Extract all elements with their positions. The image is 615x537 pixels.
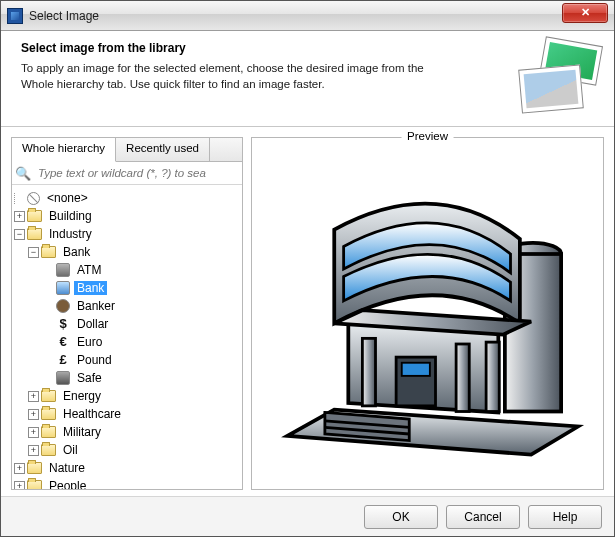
tree-item-banker[interactable]: Banker	[14, 297, 242, 315]
button-row: OK Cancel Help	[1, 496, 614, 536]
tab-whole-hierarchy[interactable]: Whole hierarchy	[12, 138, 116, 162]
header-illustration	[504, 41, 600, 113]
expand-toggle[interactable]: +	[14, 211, 25, 222]
expand-toggle[interactable]: +	[14, 463, 25, 474]
safe-icon	[56, 371, 70, 385]
bank-icon	[56, 281, 70, 295]
tree-label: <none>	[44, 191, 91, 205]
expand-toggle[interactable]: −	[28, 247, 39, 258]
ok-button[interactable]: OK	[364, 505, 438, 529]
preview-label: Preview	[401, 130, 454, 142]
header-text: Select image from the library To apply a…	[21, 41, 496, 118]
tree-label: Building	[46, 209, 95, 223]
app-icon	[7, 8, 23, 24]
expand-toggle[interactable]: +	[14, 481, 25, 490]
tree-label: Banker	[74, 299, 118, 313]
body-area: Whole hierarchy Recently used 🔍 <none> +…	[1, 127, 614, 496]
tree-item-safe[interactable]: Safe	[14, 369, 242, 387]
header-heading: Select image from the library	[21, 41, 496, 55]
folder-icon	[27, 210, 42, 222]
tree-item-none[interactable]: <none>	[14, 189, 242, 207]
expand-toggle[interactable]: −	[14, 229, 25, 240]
header-description: To apply an image for the selected eleme…	[21, 61, 451, 92]
library-panel: Whole hierarchy Recently used 🔍 <none> +…	[11, 137, 243, 490]
expand-toggle[interactable]: +	[28, 391, 39, 402]
tree-label: Nature	[46, 461, 88, 475]
pound-icon: £	[56, 353, 70, 367]
folder-icon	[41, 246, 56, 258]
folder-icon	[41, 426, 56, 438]
photo-thumb-icon	[518, 64, 584, 113]
folder-icon	[27, 480, 42, 489]
tree-item-euro[interactable]: € Euro	[14, 333, 242, 351]
svg-rect-12	[401, 362, 429, 375]
preview-body	[252, 138, 603, 489]
tree[interactable]: <none> + Building − Industry − Bank	[12, 185, 242, 489]
window-title: Select Image	[29, 9, 99, 23]
search-input[interactable]	[34, 162, 242, 184]
dollar-icon: $	[56, 317, 70, 331]
svg-rect-10	[486, 342, 499, 411]
tree-label: Bank	[60, 245, 93, 259]
tree-label: Oil	[60, 443, 81, 457]
tree-label: ATM	[74, 263, 104, 277]
tree-label: Pound	[74, 353, 115, 367]
tree-item-bank[interactable]: Bank	[14, 279, 242, 297]
folder-icon	[27, 462, 42, 474]
titlebar: Select Image ✕	[1, 1, 614, 31]
tab-recently-used[interactable]: Recently used	[116, 138, 210, 161]
help-button[interactable]: Help	[528, 505, 602, 529]
preview-image-bank	[268, 164, 588, 464]
search-icon: 🔍	[12, 166, 34, 181]
header-panel: Select image from the library To apply a…	[1, 31, 614, 127]
folder-icon	[41, 408, 56, 420]
close-button[interactable]: ✕	[562, 3, 608, 23]
tree-item-bank-folder[interactable]: − Bank	[14, 243, 242, 261]
tree-label: Healthcare	[60, 407, 124, 421]
tree-item-nature[interactable]: + Nature	[14, 459, 242, 477]
expand-toggle[interactable]: +	[28, 409, 39, 420]
tree-item-people[interactable]: + People	[14, 477, 242, 489]
tree-label: Safe	[74, 371, 105, 385]
expand-toggle[interactable]: +	[28, 445, 39, 456]
tree-label: Dollar	[74, 317, 111, 331]
tree-label-selected: Bank	[74, 281, 107, 295]
tree-item-dollar[interactable]: $ Dollar	[14, 315, 242, 333]
atm-icon	[56, 263, 70, 277]
tree-item-energy[interactable]: + Energy	[14, 387, 242, 405]
svg-rect-9	[456, 344, 469, 412]
expand-toggle[interactable]: +	[28, 427, 39, 438]
cancel-button[interactable]: Cancel	[446, 505, 520, 529]
folder-icon	[41, 444, 56, 456]
tree-label: Industry	[46, 227, 95, 241]
tree-label: People	[46, 479, 89, 489]
none-icon	[27, 192, 40, 205]
tabs: Whole hierarchy Recently used	[12, 138, 242, 162]
tree-label: Energy	[60, 389, 104, 403]
folder-icon	[41, 390, 56, 402]
tree-item-atm[interactable]: ATM	[14, 261, 242, 279]
tree-item-healthcare[interactable]: + Healthcare	[14, 405, 242, 423]
tree-label: Euro	[74, 335, 105, 349]
banker-icon	[56, 299, 70, 313]
tree-item-building[interactable]: + Building	[14, 207, 242, 225]
close-icon: ✕	[581, 6, 590, 18]
tree-label: Military	[60, 425, 104, 439]
svg-rect-8	[362, 338, 375, 406]
select-image-dialog: Select Image ✕ Select image from the lib…	[0, 0, 615, 537]
folder-icon	[27, 228, 42, 240]
euro-icon: €	[56, 335, 70, 349]
tree-item-pound[interactable]: £ Pound	[14, 351, 242, 369]
search-row: 🔍	[12, 162, 242, 185]
tree-line	[14, 193, 24, 204]
preview-panel: Preview	[251, 137, 604, 490]
tree-item-military[interactable]: + Military	[14, 423, 242, 441]
tree-item-industry[interactable]: − Industry	[14, 225, 242, 243]
tree-item-oil[interactable]: + Oil	[14, 441, 242, 459]
